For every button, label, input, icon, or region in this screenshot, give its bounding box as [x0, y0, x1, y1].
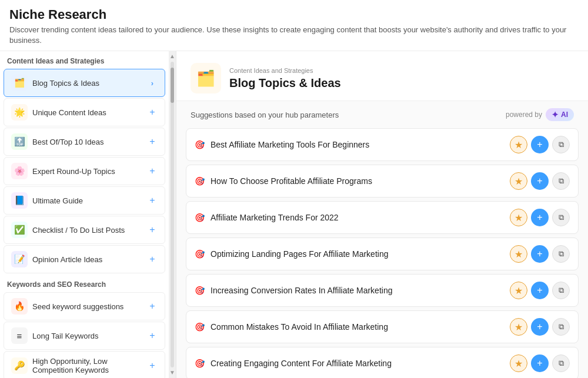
copy-icon: ⧉ — [559, 176, 564, 186]
suggestion-bullet: 🎯 — [195, 249, 205, 259]
add-button[interactable]: + — [531, 209, 549, 226]
sidebar-action-checklist[interactable]: + — [146, 223, 159, 236]
sidebar-icon-blog-topics: 🗂️ — [11, 75, 28, 91]
scroll-up-btn[interactable]: ▲ — [169, 52, 175, 61]
suggestion-text: Affiliate Marketing Trends For 2022 — [211, 213, 504, 222]
sidebar-item-long-tail[interactable]: ≡ Long Tail Keywords + — [4, 322, 165, 350]
sidebar-item-blog-topics[interactable]: 🗂️ Blog Topics & Ideas › — [4, 69, 165, 97]
sidebar-action-blog-topics[interactable]: › — [146, 76, 159, 89]
suggestion-bullet: 🎯 — [195, 213, 205, 222]
copy-icon: ⧉ — [559, 140, 564, 149]
suggestion-text: Best Affiliate Marketing Tools For Begin… — [211, 140, 504, 149]
sidebar-action-expert-roundup[interactable]: + — [146, 165, 159, 178]
sidebar-icon-ultimate-guide: 📘 — [11, 192, 28, 209]
sidebar-item-unique-content[interactable]: 🌟 Unique Content Ideas + — [4, 98, 165, 126]
sidebar-label-seed-keyword: Seed keyword suggestions — [32, 302, 146, 311]
star-icon: ★ — [514, 249, 523, 260]
sidebar-action-unique-content[interactable]: + — [146, 106, 159, 119]
star-button[interactable]: ★ — [510, 282, 527, 299]
plus-icon: + — [537, 139, 542, 150]
sidebar-action-high-opportunity[interactable]: + — [146, 359, 159, 372]
sidebar-item-high-opportunity[interactable]: 🔑 High Opportunity, Low Competition Keyw… — [4, 351, 165, 378]
suggestion-text: Increasing Conversion Rates In Affiliate… — [211, 286, 504, 295]
copy-button[interactable]: ⧉ — [552, 172, 570, 190]
scrollbar[interactable]: ▲ ▼ — [169, 51, 176, 378]
ai-badge: ✦ AI — [546, 108, 574, 121]
sidebar-item-expert-roundup[interactable]: 🌸 Expert Round-Up Topics + — [4, 157, 165, 185]
section2-title: Keywords and SEO Research — [0, 275, 169, 291]
sidebar-action-ultimate-guide[interactable]: + — [146, 194, 159, 207]
copy-button[interactable]: ⧉ — [552, 209, 570, 226]
copy-button[interactable]: ⧉ — [552, 354, 570, 372]
ai-label: AI — [561, 111, 568, 119]
sidebar-item-seed-keyword[interactable]: 🔥 Seed keyword suggestions + — [4, 292, 165, 320]
sidebar-label-blog-topics: Blog Topics & Ideas — [32, 79, 146, 88]
sidebar-item-ultimate-guide[interactable]: 📘 Ultimate Guide + — [4, 186, 165, 215]
suggestion-text: Creating Engaging Content For Affiliate … — [211, 359, 504, 368]
suggestion-item: 🎯 Increasing Conversion Rates In Affilia… — [186, 274, 579, 307]
sidebar: Content Ideas and Strategies 🗂️ Blog Top… — [0, 51, 176, 378]
scroll-down-btn[interactable]: ▼ — [169, 369, 175, 377]
copy-button[interactable]: ⧉ — [552, 318, 570, 336]
page-description: Discover trending content ideas tailored… — [9, 25, 579, 46]
suggestions-bar: Suggestions based on your hub parameters… — [176, 101, 588, 126]
sidebar-item-opinion-article[interactable]: 📝 Opinion Article Ideas + — [4, 245, 165, 273]
panel-title-row: 🗂️ Content Ideas and Strategies Blog Top… — [191, 63, 574, 93]
add-button[interactable]: + — [531, 136, 549, 153]
sidebar-action-opinion-article[interactable]: + — [146, 253, 159, 266]
sidebar-label-checklist: Checklist / To Do List Posts — [32, 226, 146, 235]
sidebar-icon-opinion-article: 📝 — [11, 251, 28, 267]
suggestions-list: 🎯 Best Affiliate Marketing Tools For Beg… — [176, 126, 588, 378]
star-button[interactable]: ★ — [510, 354, 527, 372]
sidebar-label-ultimate-guide: Ultimate Guide — [32, 196, 146, 205]
add-button[interactable]: + — [531, 318, 549, 336]
sidebar-icon-long-tail: ≡ — [11, 327, 28, 344]
sidebar-action-best-of[interactable]: + — [146, 135, 159, 148]
add-button[interactable]: + — [531, 354, 549, 372]
suggestion-text: How To Choose Profitable Affiliate Progr… — [211, 176, 504, 186]
section1-title: Content Ideas and Strategies — [0, 51, 169, 68]
suggestion-item: 🎯 Creating Engaging Content For Affiliat… — [186, 347, 579, 378]
scroll-thumb[interactable] — [171, 68, 174, 103]
star-icon: ★ — [514, 322, 523, 333]
sidebar-action-long-tail[interactable]: + — [146, 329, 159, 342]
star-icon: ★ — [514, 139, 523, 150]
copy-button[interactable]: ⧉ — [552, 245, 570, 263]
sidebar-icon-seed-keyword: 🔥 — [11, 298, 28, 315]
star-button[interactable]: ★ — [510, 209, 527, 226]
header: Niche Research Discover trending content… — [0, 0, 588, 51]
suggestion-item: 🎯 Common Mistakes To Avoid In Affiliate … — [186, 310, 579, 343]
suggestion-text: Optimizing Landing Pages For Affiliate M… — [211, 249, 504, 259]
sidebar-label-long-tail: Long Tail Keywords — [32, 332, 146, 340]
plus-icon: + — [537, 176, 542, 186]
right-panel: 🗂️ Content Ideas and Strategies Blog Top… — [176, 51, 588, 378]
suggestion-item: 🎯 Best Affiliate Marketing Tools For Beg… — [186, 128, 579, 161]
suggestion-item: 🎯 Optimizing Landing Pages For Affiliate… — [186, 237, 579, 270]
suggestion-text: Common Mistakes To Avoid In Affiliate Ma… — [211, 322, 504, 332]
add-button[interactable]: + — [531, 282, 549, 299]
suggestion-bullet: 🎯 — [195, 176, 205, 186]
sidebar-action-seed-keyword[interactable]: + — [146, 300, 159, 313]
suggestion-actions: ★ + ⧉ — [510, 172, 570, 190]
star-button[interactable]: ★ — [510, 136, 527, 153]
sidebar-item-checklist[interactable]: ✅ Checklist / To Do List Posts + — [4, 216, 165, 244]
copy-button[interactable]: ⧉ — [552, 136, 570, 153]
suggestion-bullet: 🎯 — [195, 359, 205, 368]
add-button[interactable]: + — [531, 245, 549, 263]
plus-icon: + — [537, 249, 542, 259]
page-title: Niche Research — [9, 7, 579, 22]
star-button[interactable]: ★ — [510, 245, 527, 263]
sidebar-icon-best-of: 🔝 — [11, 133, 28, 150]
suggestion-actions: ★ + ⧉ — [510, 136, 570, 153]
copy-icon: ⧉ — [559, 213, 564, 222]
star-button[interactable]: ★ — [510, 172, 527, 190]
powered-by-text: powered by — [506, 111, 542, 119]
add-button[interactable]: + — [531, 172, 549, 190]
sidebar-item-best-of[interactable]: 🔝 Best Of/Top 10 Ideas + — [4, 128, 165, 156]
star-button[interactable]: ★ — [510, 318, 527, 336]
copy-button[interactable]: ⧉ — [552, 282, 570, 299]
sidebar-content: Content Ideas and Strategies 🗂️ Blog Top… — [0, 51, 169, 378]
panel-icon: 🗂️ — [191, 63, 221, 93]
suggestion-bullet: 🎯 — [195, 286, 205, 295]
plus-icon: + — [537, 285, 542, 296]
